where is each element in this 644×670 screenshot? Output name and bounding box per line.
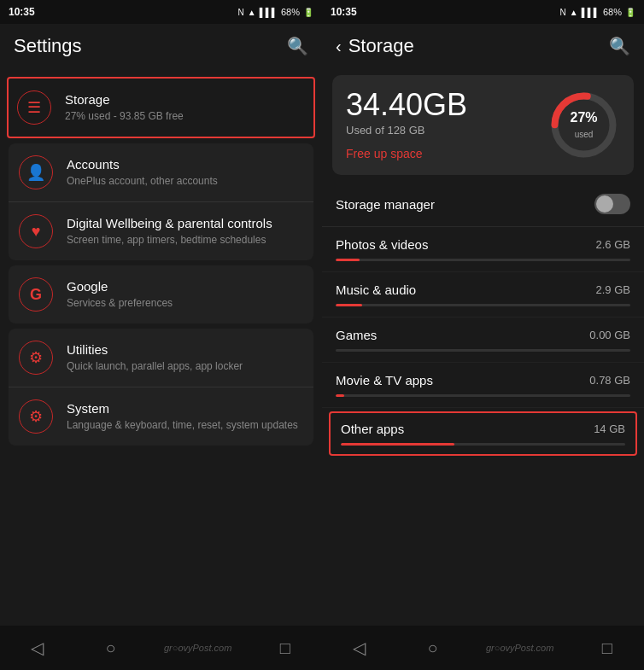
wifi-icon: ▲ xyxy=(248,8,256,17)
storage-summary-card: 34.40GB Used of 128 GB Free up space 27%… xyxy=(332,75,634,175)
storage-manager-toggle[interactable] xyxy=(594,194,630,214)
wellbeing-icon: ♥ xyxy=(19,214,53,248)
other-apps-value: 14 GB xyxy=(594,422,625,435)
google-subtitle: Services & preferences xyxy=(67,297,303,311)
status-time-left: 10:35 xyxy=(9,6,35,18)
utilities-item[interactable]: ⚙ Utilities Quick launch, parallel apps,… xyxy=(9,329,313,387)
donut-used-label: used xyxy=(575,130,594,139)
battery-right: 68% xyxy=(603,7,622,17)
utilities-icon: ⚙ xyxy=(19,341,53,375)
utilities-subtitle: Quick launch, parallel apps, app locker xyxy=(67,360,303,374)
settings-list: ☰ Storage 27% used - 93.85 GB free 👤 Acc… xyxy=(0,68,322,626)
battery-left: 68% xyxy=(281,7,300,17)
storage-text: Storage 27% used - 93.85 GB free xyxy=(65,91,305,123)
battery-icon-right: 🔋 xyxy=(625,8,635,17)
other-apps-label: Other apps xyxy=(341,422,404,436)
other-apps-row[interactable]: Other apps 14 GB xyxy=(329,411,637,456)
music-bar-fill xyxy=(336,304,362,306)
photos-videos-row[interactable]: Photos & videos 2.6 GB xyxy=(322,227,644,272)
back-button-left[interactable]: ◁ xyxy=(16,627,57,668)
movie-tv-row[interactable]: Movie & TV apps 0.78 GB xyxy=(322,363,644,408)
storage-manager-row[interactable]: Storage manager xyxy=(322,182,644,227)
accounts-title: Accounts xyxy=(67,156,303,173)
battery-icon-left: 🔋 xyxy=(303,8,313,17)
app-bar-right: ‹ Storage 🔍 xyxy=(322,24,644,68)
status-bar-left: 10:35 N ▲ ▌▌▌ 68% 🔋 xyxy=(0,0,322,24)
photos-bar-bg xyxy=(336,259,630,261)
storage-title: Storage xyxy=(65,91,305,108)
status-time-right: 10:35 xyxy=(331,6,357,18)
search-button-left[interactable]: 🔍 xyxy=(287,36,308,56)
bottom-nav-right: ◁ ○ gr○ovyPost.com □ xyxy=(322,626,644,670)
recents-button-right[interactable]: □ xyxy=(587,627,628,668)
music-value: 2.9 GB xyxy=(596,283,630,296)
back-button-right[interactable]: ‹ xyxy=(336,37,342,56)
movie-tv-label: Movie & TV apps xyxy=(336,373,433,387)
nfc-icon: N xyxy=(238,8,244,17)
donut-label: 27% used xyxy=(570,110,597,141)
other-apps-bar-bg xyxy=(341,443,625,446)
storage-subtitle: 27% used - 93.85 GB free xyxy=(65,110,305,124)
storage-size-value: 34.40GB xyxy=(346,90,547,120)
system-icon: ⚙ xyxy=(19,399,53,434)
photos-value: 2.6 GB xyxy=(596,238,630,251)
music-bar-bg xyxy=(336,304,630,306)
games-label: Games xyxy=(336,328,377,342)
group-utilities: ⚙ Utilities Quick launch, parallel apps,… xyxy=(9,329,313,446)
accounts-item[interactable]: 👤 Accounts OnePlus account, other accoun… xyxy=(9,143,313,201)
google-icon: G xyxy=(19,277,53,312)
signal-icon: ▌▌▌ xyxy=(260,8,278,17)
nfc-icon-right: N xyxy=(560,8,566,17)
storage-icon: ☰ xyxy=(17,90,51,125)
watermark-left: gr○ovyPost.com xyxy=(164,643,231,653)
right-panel: 10:35 N ▲ ▌▌▌ 68% 🔋 ‹ Storage 🔍 34.40GB … xyxy=(322,0,644,670)
music-audio-row[interactable]: Music & audio 2.9 GB xyxy=(322,272,644,318)
wellbeing-subtitle: Screen time, app timers, bedtime schedul… xyxy=(67,234,303,248)
search-button-right[interactable]: 🔍 xyxy=(609,36,630,56)
back-button-right-nav[interactable]: ◁ xyxy=(338,627,379,668)
storage-page-title: Storage xyxy=(348,35,609,57)
recents-button-left[interactable]: □ xyxy=(265,627,306,668)
storage-content: 34.40GB Used of 128 GB Free up space 27%… xyxy=(322,68,644,626)
photos-label: Photos & videos xyxy=(336,237,428,252)
system-subtitle: Language & keyboard, time, reset, system… xyxy=(67,419,303,433)
wellbeing-title: Digital Wellbeing & parental controls xyxy=(67,215,303,232)
signal-icon-right: ▌▌▌ xyxy=(582,8,600,17)
donut-chart: 27% used xyxy=(547,89,620,161)
home-button-left[interactable]: ○ xyxy=(91,627,132,668)
games-row[interactable]: Games 0.00 GB xyxy=(322,318,644,363)
music-label: Music & audio xyxy=(336,283,416,297)
storage-used-of: Used of 128 GB xyxy=(346,124,547,137)
status-icons-right: N ▲ ▌▌▌ 68% 🔋 xyxy=(560,7,635,17)
donut-percent: 27% xyxy=(570,110,597,125)
status-icons-left: N ▲ ▌▌▌ 68% 🔋 xyxy=(238,7,313,17)
status-bar-right: 10:35 N ▲ ▌▌▌ 68% 🔋 xyxy=(322,0,644,24)
left-panel: 10:35 N ▲ ▌▌▌ 68% 🔋 Settings 🔍 ☰ Storage… xyxy=(0,0,322,670)
google-title: Google xyxy=(67,278,303,295)
movie-tv-bar-bg xyxy=(336,394,630,397)
storage-info: 34.40GB Used of 128 GB Free up space xyxy=(346,90,547,160)
app-bar-left: Settings 🔍 xyxy=(0,24,322,68)
group-accounts: 👤 Accounts OnePlus account, other accoun… xyxy=(9,143,313,260)
digital-wellbeing-item[interactable]: ♥ Digital Wellbeing & parental controls … xyxy=(9,201,313,260)
bottom-nav-left: ◁ ○ gr○ovyPost.com □ xyxy=(0,626,322,670)
breakdown-rows: Photos & videos 2.6 GB Music & audio 2.9… xyxy=(322,227,644,456)
movie-tv-value: 0.78 GB xyxy=(589,374,630,387)
free-up-space-link[interactable]: Free up space xyxy=(346,147,547,160)
google-item[interactable]: G Google Services & preferences xyxy=(9,265,313,323)
home-button-right[interactable]: ○ xyxy=(413,627,454,668)
wifi-icon-right: ▲ xyxy=(570,8,578,17)
movie-tv-bar-fill xyxy=(336,394,344,397)
system-item[interactable]: ⚙ System Language & keyboard, time, rese… xyxy=(9,387,313,446)
games-value: 0.00 GB xyxy=(589,329,630,341)
watermark-right: gr○ovyPost.com xyxy=(486,643,553,653)
storage-manager-label: Storage manager xyxy=(336,197,594,212)
utilities-title: Utilities xyxy=(67,341,303,358)
group-google: G Google Services & preferences xyxy=(9,265,313,323)
accounts-icon: 👤 xyxy=(19,155,53,189)
settings-title: Settings xyxy=(14,35,287,57)
photos-bar-fill xyxy=(336,259,360,261)
storage-item[interactable]: ☰ Storage 27% used - 93.85 GB free xyxy=(7,77,315,138)
games-bar-bg xyxy=(336,349,630,352)
accounts-subtitle: OnePlus account, other accounts xyxy=(67,175,303,189)
